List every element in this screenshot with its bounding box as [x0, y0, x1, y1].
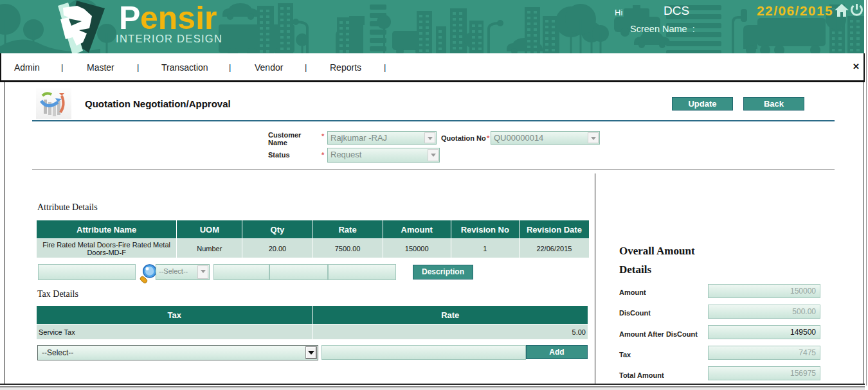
svg-text:P: P: [119, 0, 140, 36]
svg-text:INTERIOR DESIGN: INTERIOR DESIGN: [116, 33, 222, 44]
svg-text:ensir: ensir: [140, 0, 217, 36]
